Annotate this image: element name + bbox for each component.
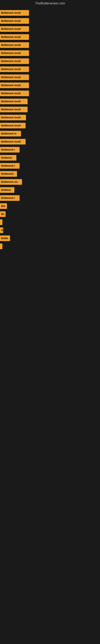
- bottleneck-bar: Bottleneck result: [0, 26, 29, 32]
- bar-label: Bottleneck result: [1, 100, 21, 103]
- bottleneck-bar: Bottleneck result: [0, 66, 29, 72]
- bottleneck-bar: Bottleneck result: [0, 107, 28, 112]
- bar-row: Bottleneck r: [0, 162, 100, 170]
- bottleneck-bar: Bottleneck result: [0, 50, 29, 56]
- bar-row: Bottleneck result: [0, 33, 100, 41]
- bar-row: Bottleneck r: [0, 194, 100, 202]
- bar-label: Bottleneck result: [1, 124, 21, 127]
- bar-row: Bottleneck result: [0, 122, 100, 130]
- bar-label: Bot: [1, 205, 5, 208]
- bar-label: Bottleneck result: [1, 92, 21, 95]
- bar-row: Bottleneck result: [0, 114, 100, 122]
- bar-label: Bottleneck result: [1, 108, 21, 111]
- bottleneck-bar: Bottle: [0, 236, 10, 241]
- bar-row: Bo: [0, 210, 100, 218]
- bar-label: Bottleneck result: [1, 60, 21, 62]
- bottleneck-bar: Bottleneck result: [0, 82, 29, 88]
- bar-row: Bottleneck result: [0, 98, 100, 106]
- bar-row: Bottleneck: [0, 170, 100, 178]
- bar-row: Bottleneck result: [0, 41, 100, 49]
- bottleneck-bar: Bottleneck result: [0, 115, 26, 120]
- bottleneck-bar: Bottlenec: [0, 155, 16, 160]
- bar-row: Bottleneck result: [0, 57, 100, 65]
- bar-label: Bottleneck r: [1, 164, 15, 167]
- bottleneck-bar: Bottleneck result: [0, 42, 29, 48]
- bar-label: Bottleneck result: [1, 116, 21, 119]
- bottleneck-bar: Bottleneck result: [0, 74, 29, 80]
- bar-label: B: [1, 229, 3, 232]
- bar-label: Bottleneck result: [1, 36, 21, 38]
- bottleneck-bar: Bottleneck r: [0, 147, 20, 152]
- bar-label: Bottleneck result: [1, 140, 21, 143]
- bottleneck-bar: Bottleneck result: [0, 34, 29, 40]
- bar-row: Bottleneck res: [0, 178, 100, 186]
- bar-label: Bottleneck result: [1, 20, 21, 22]
- bar-label: Bottlene: [1, 188, 11, 192]
- bar-row: Bot: [0, 202, 100, 210]
- bar-label: Bo: [1, 213, 4, 216]
- bar-row: Bottleneck re: [0, 130, 100, 138]
- bar-label: Bottleneck result: [1, 84, 21, 87]
- bar-row: [0, 242, 100, 250]
- bottleneck-bar: Bottleneck r: [0, 195, 20, 201]
- bar-label: Bottleneck re: [1, 132, 16, 135]
- site-title: TheBottlenecker.com: [0, 0, 100, 7]
- bottleneck-bar: [0, 244, 2, 249]
- bar-label: Bottleneck result: [1, 52, 21, 54]
- bar-row: Bottlene: [0, 186, 100, 194]
- bar-row: Bottleneck result: [0, 89, 100, 98]
- bottleneck-bar: Bottleneck re: [0, 131, 21, 136]
- bar-row: B: [0, 226, 100, 234]
- site-title-text: TheBottlenecker.com: [35, 2, 65, 5]
- bar-label: Bottleneck r: [1, 196, 15, 200]
- bottleneck-bar: Bottleneck result: [0, 123, 26, 128]
- bar-label: Bottleneck result: [1, 68, 21, 71]
- bottleneck-bar: Bottleneck result: [0, 90, 29, 96]
- bottleneck-bar: Bottleneck result: [0, 18, 29, 24]
- bottleneck-bar: Bottleneck result: [0, 10, 29, 16]
- bar-row: Bottleneck r: [0, 146, 100, 154]
- bottleneck-bar: Bottlene: [0, 187, 14, 193]
- bar-row: Bottlenec: [0, 154, 100, 162]
- bottleneck-bar: Bottleneck res: [0, 179, 22, 185]
- bottleneck-bar: Bot: [0, 203, 7, 209]
- bar-row: Bottleneck result: [0, 65, 100, 73]
- bar-label: Bottleneck res: [1, 180, 18, 183]
- bottleneck-bar: Bo: [0, 211, 6, 217]
- bar-label: Bottleneck result: [1, 44, 21, 46]
- bar-row: Bottleneck result: [0, 138, 100, 146]
- bar-label: Bottleneck result: [1, 76, 21, 79]
- bar-row: Bottleneck result: [0, 9, 100, 17]
- bar-label: Bottleneck result: [1, 12, 21, 14]
- bar-label: Bottleneck: [1, 172, 13, 175]
- bottleneck-bar: Bottleneck result: [0, 58, 29, 64]
- bottleneck-bar: Bottleneck r: [0, 163, 20, 169]
- bar-row: Bottleneck result: [0, 25, 100, 33]
- bar-row: Bottleneck result: [0, 73, 100, 81]
- bar-label: Bottleneck r: [1, 148, 15, 151]
- bar-row: Bottle: [0, 234, 100, 242]
- bar-label: Bottleneck result: [1, 28, 21, 30]
- bar-label: Bottlenec: [1, 156, 12, 159]
- bottleneck-bar: [0, 219, 2, 225]
- bottleneck-bar: Bottleneck: [0, 171, 17, 177]
- bar-label: Bottle: [1, 237, 8, 240]
- bar-row: Bottleneck result: [0, 17, 100, 25]
- bottleneck-bar: Bottleneck result: [0, 98, 28, 104]
- bar-row: [0, 218, 100, 226]
- bar-row: Bottleneck result: [0, 81, 100, 89]
- bar-row: Bottleneck result: [0, 49, 100, 57]
- bars-container: Bottleneck resultBottleneck resultBottle…: [0, 7, 100, 252]
- bottleneck-bar: Bottleneck result: [0, 139, 26, 144]
- bar-row: Bottleneck result: [0, 106, 100, 114]
- bottleneck-bar: B: [0, 228, 3, 233]
